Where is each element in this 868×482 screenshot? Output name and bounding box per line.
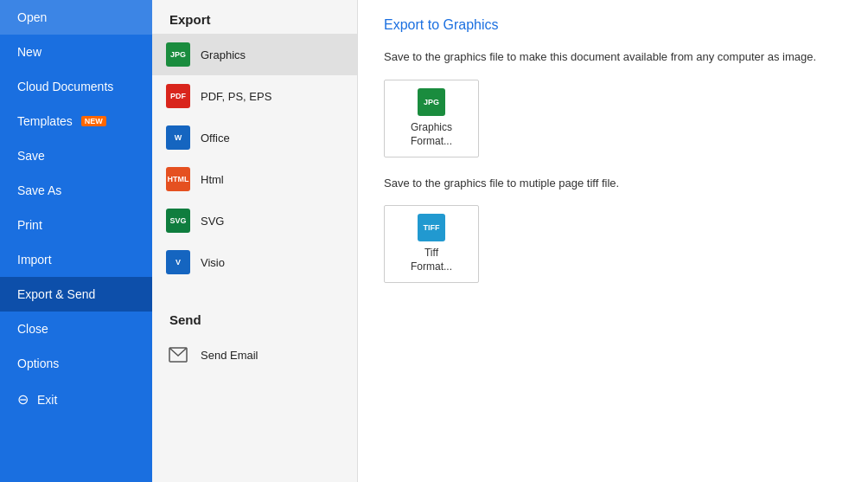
sidebar-item-templates[interactable]: Templates NEW	[0, 104, 152, 138]
send-section: Send Send Email	[152, 300, 357, 376]
page-title: Export to Graphics	[384, 17, 842, 33]
sidebar-item-print[interactable]: Print	[0, 208, 152, 242]
main-content: Export to Graphics Save to the graphics …	[358, 0, 868, 482]
export-panel: Export JPG Graphics PDF PDF, PS, EPS W O…	[152, 0, 358, 482]
export-item-graphics[interactable]: JPG Graphics	[152, 34, 357, 75]
send-email-label: Send Email	[201, 349, 258, 362]
html-icon: HTML	[166, 167, 190, 191]
jpg-icon: JPG	[166, 42, 190, 67]
sidebar-item-open[interactable]: Open	[0, 0, 152, 35]
sidebar-item-label: Open	[17, 10, 47, 24]
export-item-svg[interactable]: SVG SVG	[152, 200, 357, 241]
export-item-label: Office	[201, 132, 230, 145]
send-email-item[interactable]: Send Email	[152, 334, 357, 376]
sidebar-item-options[interactable]: Options	[0, 346, 152, 381]
svg-icon: SVG	[166, 209, 190, 233]
tiff-format-label: TiffFormat...	[411, 247, 452, 273]
exit-circle-icon: ⊖	[17, 391, 29, 408]
sidebar-item-save[interactable]: Save	[0, 138, 152, 173]
word-icon: W	[166, 125, 190, 150]
sidebar-item-exit[interactable]: ⊖ Exit	[0, 381, 152, 418]
new-badge: NEW	[81, 116, 106, 126]
sidebar-item-new[interactable]: New	[0, 35, 152, 69]
sidebar-item-close[interactable]: Close	[0, 312, 152, 346]
graphics-format-label: GraphicsFormat...	[411, 121, 452, 148]
export-item-pdf[interactable]: PDF PDF, PS, EPS	[152, 75, 357, 117]
sidebar-item-label: Export & Send	[17, 287, 95, 301]
description-2: Save to the graphics file to mutiple pag…	[384, 175, 842, 192]
sidebar-item-label: Save As	[17, 183, 61, 197]
tiff-format-card[interactable]: TIFF TiffFormat...	[384, 205, 479, 283]
export-item-office[interactable]: W Office	[152, 117, 357, 158]
graphics-format-card[interactable]: JPG GraphicsFormat...	[384, 80, 479, 157]
export-item-label: Html	[201, 173, 224, 186]
tiff-format-icon: TIFF	[418, 214, 445, 241]
sidebar-item-label: Exit	[37, 393, 57, 407]
sidebar-item-import[interactable]: Import	[0, 242, 152, 277]
sidebar-item-label: Print	[17, 218, 42, 232]
sidebar-item-label: New	[17, 45, 41, 59]
sidebar: Open New Cloud Documents Templates NEW S…	[0, 0, 152, 482]
sidebar-item-label: Cloud Documents	[17, 80, 113, 93]
export-item-label: SVG	[201, 215, 224, 228]
email-icon	[166, 343, 190, 367]
export-item-visio[interactable]: V Visio	[152, 241, 357, 283]
sidebar-item-label: Import	[17, 253, 52, 267]
export-item-label: PDF, PS, EPS	[201, 90, 271, 103]
sidebar-item-label: Close	[17, 322, 48, 336]
sidebar-item-label: Save	[17, 149, 45, 163]
export-item-label: Visio	[201, 256, 225, 269]
pdf-icon: PDF	[166, 84, 190, 108]
jpg-format-icon: JPG	[418, 88, 445, 116]
send-section-header: Send	[152, 300, 357, 334]
sidebar-item-label: Templates	[17, 114, 73, 128]
sidebar-item-export-send[interactable]: Export & Send	[0, 277, 152, 312]
export-item-html[interactable]: HTML Html	[152, 158, 357, 200]
sidebar-item-label: Options	[17, 357, 59, 370]
sidebar-item-save-as[interactable]: Save As	[0, 173, 152, 208]
export-section-header: Export	[152, 0, 357, 34]
description-1: Save to the graphics file to make this d…	[384, 48, 842, 66]
export-item-label: Graphics	[201, 48, 246, 61]
visio-icon: V	[166, 250, 190, 274]
sidebar-item-cloud-documents[interactable]: Cloud Documents	[0, 69, 152, 104]
